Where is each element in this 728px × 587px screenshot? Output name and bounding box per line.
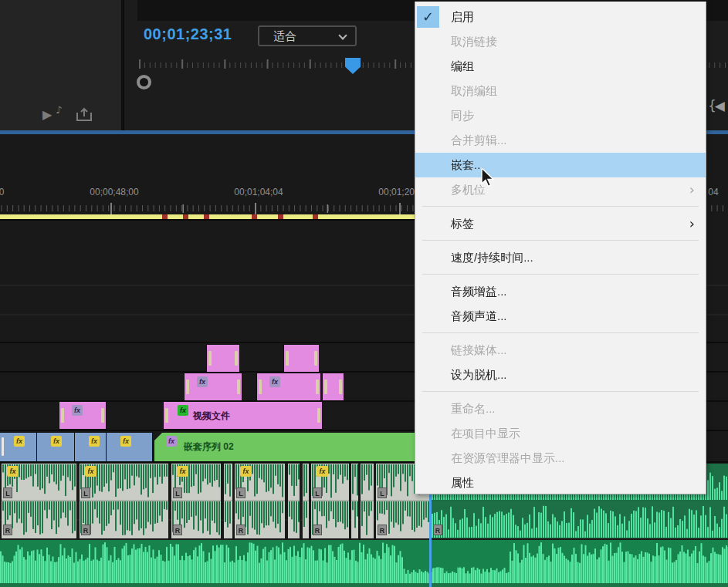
zoom-level-select[interactable]: 适合 [258,25,357,46]
menu-item-在资源管理器中显示: 在资源管理器中显示... [415,446,706,471]
submenu-arrow-icon: › [689,211,695,236]
menu-item-速度/持续时间[interactable]: 速度/持续时间... [415,245,706,270]
video-clip[interactable]: fx [59,402,106,429]
menu-item-设为脱机[interactable]: 设为脱机... [415,363,706,387]
ruler-timecode-label: 0 [0,187,4,197]
clip-edge-handle[interactable] [101,408,104,423]
chevron-down-icon [338,31,347,39]
play-icon[interactable]: ▶ [42,107,52,122]
video-clip-blue[interactable]: fx [107,433,152,461]
ruler-timecode-label: 00;00;48;00 [90,187,138,197]
clip-label: 嵌套序列 02 [184,440,234,454]
checkmark-icon: ✓ [417,6,439,28]
clip-edge-handle[interactable] [61,408,64,423]
video-clip-blue[interactable]: fx [37,433,74,461]
audio-channel-badge-l: L [236,487,245,498]
audio-channel-badge-l: L [378,487,387,498]
video-clip[interactable] [207,345,239,372]
menu-item-启用[interactable]: 启用✓ [415,5,706,29]
fx-badge[interactable]: fx [240,466,252,477]
audio-channel-badge-r: R [433,525,442,535]
fx-badge[interactable]: fx [166,436,177,447]
menu-item-取消链接: 取消链接 [415,29,706,54]
audio-channel-badge-r: R [3,525,12,535]
fx-badge[interactable]: fx [7,466,19,477]
menu-separator [422,206,699,207]
clip-edge-handle[interactable] [186,380,189,394]
menu-item-嵌套[interactable]: 嵌套... [415,153,706,177]
music-track-bottom-strip [0,583,728,587]
timeline-playhead-line[interactable] [429,494,432,587]
video-clip[interactable]: fx [185,373,242,400]
video-clip[interactable] [284,345,319,372]
work-area-bar-shadow [0,219,415,221]
menu-item-属性[interactable]: 属性 [415,471,706,495]
menu-separator [422,240,699,241]
clip-edge-handle[interactable] [314,351,317,366]
clip-edge-handle[interactable] [2,437,4,456]
clip-edge-handle[interactable] [208,351,212,366]
menu-item-标签[interactable]: 标签› [415,211,706,236]
audio-channel-badge-r: R [313,525,322,535]
export-frame-icon[interactable] [75,106,95,123]
menu-item-音频增益[interactable]: 音频增益... [415,279,706,304]
clip-edge-handle[interactable] [316,380,319,394]
menu-item-同步: 同步 [415,103,706,128]
music-track-waveform[interactable] [0,540,728,583]
menu-separator [422,274,699,275]
clip-edge-handle[interactable] [259,380,262,394]
zoom-level-value: 适合 [273,29,296,42]
audio-channel-badge-l: L [313,487,322,498]
mouse-cursor [480,167,496,189]
zoom-scroll-knob[interactable] [137,75,151,89]
submenu-arrow-icon: › [689,177,695,202]
clip-edge-handle[interactable] [235,351,238,366]
ruler-timecode-label: 00;01;04;04 [234,187,283,197]
video-clip-blue[interactable]: fx [75,433,106,461]
fx-badge[interactable]: fx [178,405,188,416]
audio-channel-badge-l: L [81,487,90,498]
fx-badge[interactable]: fx [89,436,100,447]
menu-item-在项目中显示: 在项目中显示 [415,421,706,446]
menu-item-编组[interactable]: 编组 [415,54,706,79]
clip-edge-handle[interactable] [165,408,168,423]
menu-separator [422,391,699,392]
clip-edge-handle[interactable] [286,351,289,366]
fx-badge[interactable]: fx [197,376,208,387]
fx-badge[interactable]: fx [72,405,83,416]
audio-channel-badge-l: L [173,487,182,498]
fx-badge[interactable]: fx [85,466,97,477]
clip-edge-handle[interactable] [237,380,240,394]
clip-edge-handle[interactable] [339,380,342,394]
fx-badge[interactable]: fx [317,466,328,477]
video-clip[interactable]: fx视频文件 [164,402,322,429]
clip-context-menu: 启用✓取消链接编组取消编组同步合并剪辑...嵌套...多机位›标签›速度/持续时… [415,2,706,494]
clip-edge-handle[interactable] [317,408,320,423]
audio-channel-badge-r: R [236,525,245,535]
menu-item-重命名: 重命名... [415,396,706,421]
menu-item-取消编组: 取消编组 [415,79,706,103]
clip-label: 视频文件 [193,410,230,423]
menu-item-合并剪辑: 合并剪辑... [415,128,706,153]
ruler-timecode-label: 04 [708,187,718,197]
go-to-in-point-icon[interactable]: {◀ [708,98,723,113]
audio-channel-badge-r: R [378,525,387,535]
menu-item-链接媒体: 链接媒体... [415,338,706,363]
video-clip[interactable]: fx [257,373,320,400]
fx-badge[interactable]: fx [177,466,188,477]
menu-separator [422,332,699,333]
menu-item-音频声道[interactable]: 音频声道... [415,304,706,329]
playhead-timecode: 00;01;23;31 [144,25,232,43]
video-clip-blue[interactable]: fx [0,433,36,461]
video-clip[interactable] [323,373,344,400]
audio-channel-badge-r: R [173,525,182,535]
clip-edge-handle[interactable] [324,380,327,394]
audio-note-icon: ♪ [56,104,62,116]
audio-channel-badge-l: L [3,487,12,498]
audio-channel-badge-r: R [81,525,90,535]
fx-badge[interactable]: fx [120,436,131,447]
fx-badge[interactable]: fx [14,436,25,447]
menu-item-多机位: 多机位› [415,177,706,202]
fx-badge[interactable]: fx [269,376,280,387]
fx-badge[interactable]: fx [51,436,62,447]
